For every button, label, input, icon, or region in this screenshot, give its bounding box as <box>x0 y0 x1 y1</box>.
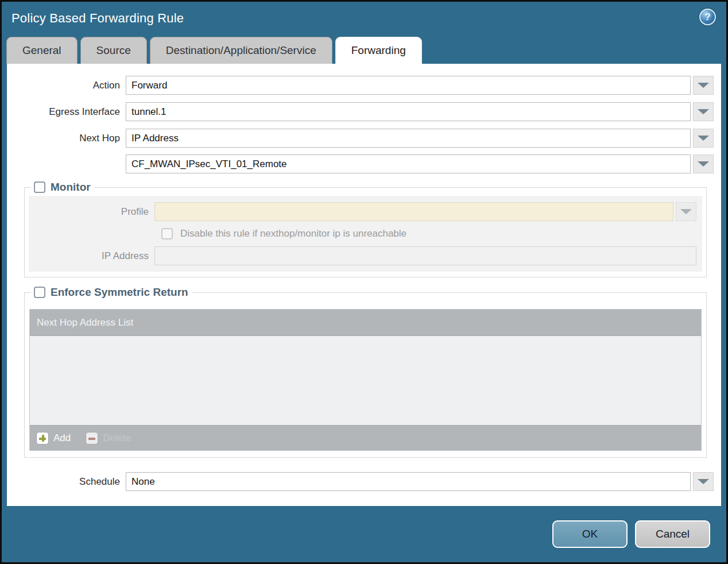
profile-value <box>154 202 673 221</box>
help-icon[interactable]: ? <box>699 9 716 25</box>
monitor-checkbox[interactable] <box>34 181 45 193</box>
monitor-legend-label: Monitor <box>51 181 91 194</box>
monitor-panel: Profile Disable this rule if nexthop/mon… <box>29 196 702 272</box>
plus-icon <box>36 432 49 445</box>
help-glyph: ? <box>704 11 710 23</box>
next-hop-type-value[interactable]: IP Address <box>126 129 691 148</box>
dialog-title-bar: Policy Based Forwarding Rule ? <box>2 2 726 35</box>
egress-interface-row: Egress Interface tunnel.1 <box>7 102 714 121</box>
policy-based-forwarding-rule-dialog: Policy Based Forwarding Rule ? General S… <box>0 0 728 564</box>
next-hop-address-dropdown-button[interactable] <box>693 154 714 173</box>
dialog-footer: OK Cancel <box>2 506 726 562</box>
disable-rule-label: Disable this rule if nexthop/monitor ip … <box>180 228 406 239</box>
egress-interface-value[interactable]: tunnel.1 <box>126 102 691 121</box>
tab-source[interactable]: Source <box>80 37 147 64</box>
next-hop-type-dropdown[interactable]: IP Address <box>126 129 714 148</box>
tab-source-label: Source <box>96 44 131 57</box>
monitor-legend: Monitor <box>30 181 94 194</box>
action-dropdown-button[interactable] <box>693 76 714 95</box>
enforce-symmetric-return-section: Enforce Symmetric Return Next Hop Addres… <box>24 286 707 458</box>
egress-interface-label: Egress Interface <box>7 106 126 118</box>
tab-destination-application-service[interactable]: Destination/Application/Service <box>150 37 332 64</box>
enforce-symmetric-return-checkbox[interactable] <box>34 287 45 298</box>
next-hop-address-list-table: Next Hop Address List Add Delete <box>29 309 702 451</box>
cancel-button[interactable]: Cancel <box>635 520 710 548</box>
schedule-row: Schedule None <box>7 472 714 491</box>
add-button[interactable]: Add <box>36 432 71 445</box>
enforce-symmetric-return-label: Enforce Symmetric Return <box>51 286 188 299</box>
monitor-ip-address-row: IP Address <box>29 246 702 265</box>
minus-icon <box>86 432 98 445</box>
chevron-down-icon <box>698 161 709 167</box>
page-title: Policy Based Forwarding Rule <box>11 11 184 26</box>
next-hop-address-list-body[interactable] <box>30 336 701 425</box>
schedule-dropdown[interactable]: None <box>126 472 714 491</box>
profile-dropdown <box>154 202 696 221</box>
schedule-dropdown-button[interactable] <box>693 472 714 491</box>
action-dropdown[interactable]: Forward <box>126 76 714 95</box>
chevron-down-icon <box>680 209 692 214</box>
monitor-ip-address-input <box>154 246 696 265</box>
forwarding-tab-panel: Action Forward Egress Interface tunnel.1… <box>7 64 721 506</box>
action-label: Action <box>7 80 126 91</box>
add-button-label: Add <box>53 432 71 444</box>
tab-general-label: General <box>22 44 61 57</box>
chevron-down-icon <box>698 136 709 141</box>
next-hop-label: Next Hop <box>7 133 126 144</box>
monitor-ip-address-label: IP Address <box>29 250 154 262</box>
egress-interface-dropdown-button[interactable] <box>693 102 714 121</box>
next-hop-address-row: CF_MWAN_IPsec_VTI_01_Remote <box>7 154 714 173</box>
next-hop-address-list-header: Next Hop Address List <box>30 310 701 336</box>
delete-button-label: Delete <box>103 432 131 444</box>
profile-dropdown-button <box>676 202 696 221</box>
tab-strip: General Source Destination/Application/S… <box>2 35 726 64</box>
action-row: Action Forward <box>7 76 714 95</box>
next-hop-address-value[interactable]: CF_MWAN_IPsec_VTI_01_Remote <box>126 154 691 173</box>
next-hop-type-dropdown-button[interactable] <box>693 129 714 148</box>
disable-rule-checkbox <box>161 228 173 239</box>
disable-rule-row: Disable this rule if nexthop/monitor ip … <box>161 228 702 239</box>
schedule-label: Schedule <box>7 476 126 488</box>
profile-label: Profile <box>29 206 154 218</box>
enforce-symmetric-return-legend: Enforce Symmetric Return <box>30 286 192 299</box>
tab-destination-label: Destination/Application/Service <box>166 44 316 57</box>
chevron-down-icon <box>698 109 709 114</box>
next-hop-address-list-toolbar: Add Delete <box>30 425 701 450</box>
chevron-down-icon <box>698 479 709 484</box>
action-value[interactable]: Forward <box>126 76 691 95</box>
monitor-section: Monitor Profile Disable this rule if nex… <box>24 181 707 277</box>
tab-forwarding[interactable]: Forwarding <box>335 37 422 64</box>
delete-button[interactable]: Delete <box>86 432 131 445</box>
next-hop-type-row: Next Hop IP Address <box>7 129 714 148</box>
tab-forwarding-label: Forwarding <box>351 44 406 57</box>
next-hop-address-dropdown[interactable]: CF_MWAN_IPsec_VTI_01_Remote <box>126 154 714 173</box>
egress-interface-dropdown[interactable]: tunnel.1 <box>126 102 714 121</box>
profile-row: Profile <box>29 202 702 221</box>
tab-general[interactable]: General <box>6 37 78 64</box>
schedule-value[interactable]: None <box>126 472 691 491</box>
next-hop-address-list-header-label: Next Hop Address List <box>37 317 133 329</box>
ok-button[interactable]: OK <box>552 520 628 548</box>
chevron-down-icon <box>698 83 709 88</box>
